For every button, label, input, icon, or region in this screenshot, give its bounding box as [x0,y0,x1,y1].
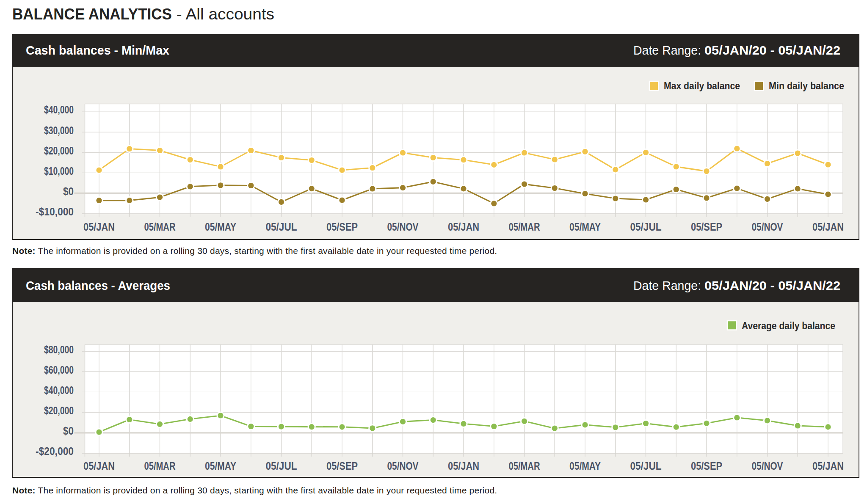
svg-text:05/JUL: 05/JUL [266,460,297,472]
svg-text:05/JAN: 05/JAN [83,460,115,472]
svg-text:$20,000: $20,000 [44,404,74,417]
svg-text:05/JUL: 05/JUL [266,220,297,233]
svg-text:Max daily balance: Max daily balance [664,80,740,91]
svg-text:05/SEP: 05/SEP [326,460,358,472]
svg-text:05/JUL: 05/JUL [630,220,662,233]
svg-text:05/MAR: 05/MAR [144,460,176,472]
svg-text:05/SEP: 05/SEP [326,220,358,233]
svg-text:05/MAY: 05/MAY [569,220,601,233]
svg-text:05/NOV: 05/NOV [387,460,419,472]
svg-text:05/SEP: 05/SEP [691,220,722,233]
svg-text:05/NOV: 05/NOV [752,460,784,472]
svg-text:$0: $0 [63,185,74,198]
svg-text:$60,000: $60,000 [44,364,74,376]
svg-text:05/MAY: 05/MAY [205,460,236,472]
svg-text:-$10,000: -$10,000 [36,205,74,218]
svg-text:05/JAN: 05/JAN [812,460,844,472]
svg-text:Min daily balance: Min daily balance [769,80,844,91]
svg-text:05/JAN: 05/JAN [83,220,115,233]
svg-text:05/MAY: 05/MAY [569,460,601,472]
svg-text:Average daily balance: Average daily balance [742,320,835,331]
svg-text:Date Range: 05/JAN/20 - 05/JAN: Date Range: 05/JAN/20 - 05/JAN/22 [633,278,840,292]
svg-text:05/JAN: 05/JAN [448,460,479,472]
svg-text:BALANCE ANALYTICS - All accoun: BALANCE ANALYTICS - All accounts [12,6,274,23]
svg-text:Cash balances - Min/Max: Cash balances - Min/Max [26,43,169,57]
svg-text:-$20,000: -$20,000 [36,445,74,457]
svg-text:05/MAR: 05/MAR [144,220,176,233]
svg-text:Cash balances - Averages: Cash balances - Averages [26,278,170,292]
svg-text:05/NOV: 05/NOV [752,220,784,233]
svg-text:$30,000: $30,000 [44,124,74,137]
svg-text:$20,000: $20,000 [44,144,74,157]
svg-text:$10,000: $10,000 [44,165,74,177]
svg-text:05/NOV: 05/NOV [387,220,419,233]
svg-text:Date Range: 05/JAN/20 - 05/JAN: Date Range: 05/JAN/20 - 05/JAN/22 [633,43,840,57]
svg-text:$40,000: $40,000 [44,384,74,397]
svg-text:05/JAN: 05/JAN [448,220,479,233]
svg-text:$40,000: $40,000 [44,103,74,116]
svg-text:05/JAN: 05/JAN [812,220,844,233]
svg-text:05/JUL: 05/JUL [630,460,662,472]
svg-text:$80,000: $80,000 [44,343,74,356]
svg-text:05/MAY: 05/MAY [205,220,236,233]
svg-text:05/MAR: 05/MAR [509,460,540,472]
svg-text:$0: $0 [63,424,74,437]
svg-text:05/MAR: 05/MAR [509,220,540,233]
svg-text:05/SEP: 05/SEP [691,460,722,472]
